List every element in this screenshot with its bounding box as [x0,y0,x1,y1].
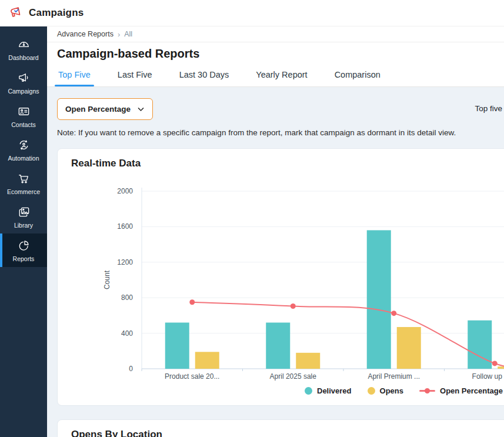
legend-item-open-percentage[interactable]: Open Percentage [419,386,503,395]
metric-dropdown[interactable]: Open Percentage [57,98,153,120]
chart-legend: Delivered Opens Open Percentage [305,386,503,395]
library-images-icon [17,205,31,219]
sidebar-item-label: Campaigns [8,88,39,95]
tab-last-30-days[interactable]: Last 30 Days [178,70,231,86]
svg-text:1200: 1200 [117,258,133,266]
chevron-down-icon [137,105,145,113]
sidebar-item-label: Ecommerce [7,188,40,195]
breadcrumb-separator: › [118,30,120,39]
location-card-title: Opens By Location [71,429,162,437]
page-title: Campaign-based Reports [57,47,199,61]
tab-top-five[interactable]: Top Five [57,70,92,86]
campaigns-logo-megaphone-icon [8,5,24,21]
svg-text:1600: 1600 [117,222,133,231]
breadcrumb-parent-link[interactable]: Advance Reports [57,30,114,38]
tab-content: Open Percentage Top five Note: If you wa… [47,87,504,437]
sidebar-item-ecommerce[interactable]: Ecommerce [0,166,47,200]
app-title: Campaigns [29,7,84,19]
sidebar-item-contacts[interactable]: Contacts [0,99,47,133]
svg-text:2000: 2000 [117,187,133,195]
top-header: Campaigns [0,0,504,26]
legend-label: Open Percentage [440,386,503,395]
gauge-icon [17,38,31,51]
page-title-row: Campaign-based Reports [47,42,504,65]
sidebar-nav: Dashboard Campaigns Contacts Automation … [0,26,47,437]
opens-by-location-card: Opens By Location [57,419,504,437]
tab-comparison[interactable]: Comparison [333,70,382,86]
legend-label: Delivered [317,386,352,395]
pie-chart-icon [17,239,31,252]
megaphone-icon [17,71,31,85]
realtime-bar-line-chart[interactable]: 0400800120016002000CountProduct sale 20.… [58,177,504,383]
top-five-caption: Top five [475,104,502,113]
delivered-legend-swatch [305,387,312,395]
svg-text:800: 800 [121,293,133,302]
app-window: Campaigns Dashboard Campaigns Contacts [0,0,504,437]
svg-text:0: 0 [129,365,133,373]
sidebar-item-library[interactable]: Library [0,200,47,233]
svg-text:400: 400 [121,329,133,338]
svg-text:April 2025 sale: April 2025 sale [270,372,317,381]
legend-label: Opens [380,386,403,395]
svg-text:Count: Count [103,270,111,289]
breadcrumb: Advance Reports › All [47,26,504,42]
sidebar-item-label: Reports [13,255,35,262]
legend-item-opens[interactable]: Opens [368,386,403,395]
opens-legend-swatch [368,387,375,395]
report-tabs: Top Five Last Five Last 30 Days Yearly R… [47,65,504,87]
legend-item-delivered[interactable]: Delivered [305,386,352,395]
svg-text:Follow up ca...: Follow up ca... [472,372,504,381]
tab-last-five[interactable]: Last Five [116,70,153,86]
realtime-data-card: Real-time Data 0400800120016002000CountP… [57,148,504,406]
automation-icon [17,138,31,152]
sidebar-item-campaigns[interactable]: Campaigns [0,66,47,99]
sidebar-item-label: Automation [8,155,39,162]
sidebar-item-label: Library [14,222,33,229]
svg-text:April Premium ...: April Premium ... [368,372,420,381]
sidebar-item-reports[interactable]: Reports [0,233,47,267]
sidebar-item-dashboard[interactable]: Dashboard [0,32,47,66]
breadcrumb-current: All [124,30,132,38]
sidebar-item-automation[interactable]: Automation [0,133,47,166]
tab-yearly-report[interactable]: Yearly Report [255,70,308,86]
sidebar-item-label: Dashboard [8,54,38,61]
open-percentage-legend-swatch [419,388,435,393]
dormant-note: Note: If you want to remove a specific c… [57,128,456,137]
realtime-card-title: Real-time Data [71,158,141,169]
main-content: Advance Reports › All Campaign-based Rep… [47,26,504,437]
sidebar-item-label: Contacts [11,121,35,128]
cart-icon [17,172,31,185]
metric-dropdown-value: Open Percentage [65,105,131,114]
contact-card-icon [17,105,31,118]
svg-text:Product sale 20...: Product sale 20... [165,372,219,381]
